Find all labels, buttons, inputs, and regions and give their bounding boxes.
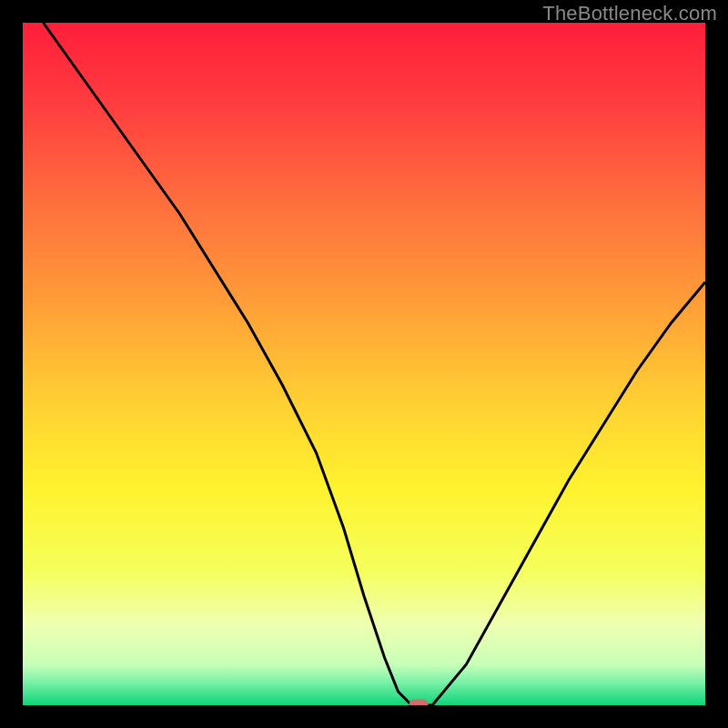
chart-frame: TheBottleneck.com <box>0 0 728 728</box>
gradient-background <box>23 23 705 705</box>
bottleneck-chart <box>23 23 705 705</box>
optimal-point-marker <box>410 700 428 705</box>
plot-area <box>23 23 705 705</box>
watermark-text: TheBottleneck.com <box>542 2 717 25</box>
